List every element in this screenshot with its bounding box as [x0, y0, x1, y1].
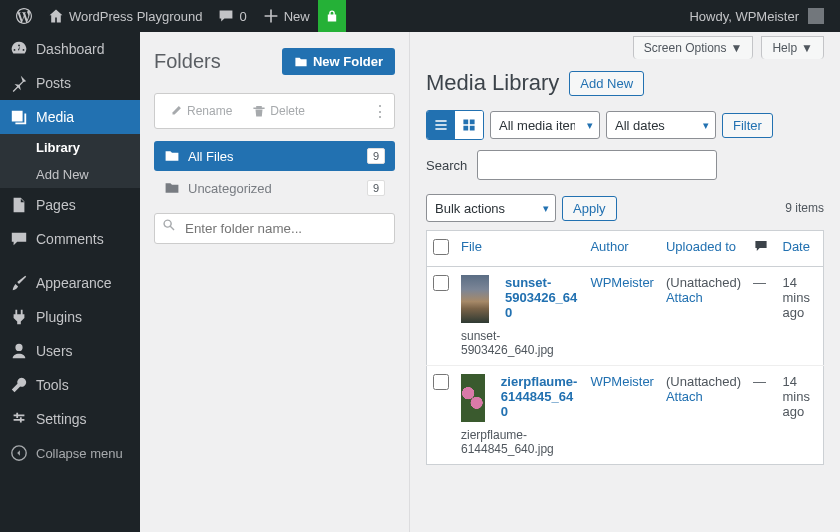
- thumbnail[interactable]: [461, 374, 485, 422]
- list-icon: [433, 117, 449, 133]
- submenu-add-new[interactable]: Add New: [0, 161, 140, 188]
- folder-item[interactable]: All Files9: [154, 141, 395, 171]
- folder-count: 9: [367, 180, 385, 196]
- submenu-library[interactable]: Library: [0, 134, 140, 161]
- media-icon: [10, 108, 28, 126]
- home-icon: [48, 8, 64, 24]
- folder-label: All Files: [188, 149, 234, 164]
- col-comments[interactable]: [747, 231, 776, 267]
- menu-dashboard[interactable]: Dashboard: [0, 32, 140, 66]
- grid-view-button[interactable]: [455, 111, 483, 139]
- menu-label: Posts: [36, 75, 71, 91]
- file-title[interactable]: sunset-5903426_640: [505, 275, 578, 320]
- site-link[interactable]: WordPress Playground: [40, 0, 210, 32]
- folder-search-input[interactable]: [154, 213, 395, 244]
- comments-count: —: [753, 275, 766, 290]
- main-content: Screen Options ▼ Help ▼ Media Library Ad…: [410, 32, 840, 532]
- col-uploaded[interactable]: Uploaded to: [660, 231, 747, 267]
- more-button[interactable]: ⋮: [372, 102, 388, 121]
- button-label: Rename: [187, 104, 232, 118]
- page-title: Media Library: [426, 70, 559, 96]
- search-input[interactable]: [477, 150, 717, 180]
- media-submenu: Library Add New: [0, 134, 140, 188]
- apply-button[interactable]: Apply: [562, 196, 617, 221]
- pencil-icon: [169, 104, 183, 118]
- lock-icon: [325, 9, 339, 23]
- folders-panel: Folders New Folder Rename Delete ⋮ All F…: [140, 32, 410, 532]
- folder-list: All Files9Uncategorized9: [154, 141, 395, 203]
- row-checkbox[interactable]: [433, 275, 449, 291]
- table-row: sunset-5903426_640sunset-5903426_640.jpg…: [427, 267, 824, 366]
- list-view-button[interactable]: [427, 111, 455, 139]
- collapse-menu[interactable]: Collapse menu: [0, 436, 140, 470]
- col-file[interactable]: File: [455, 231, 584, 267]
- menu-label: Collapse menu: [36, 446, 123, 461]
- delete-button[interactable]: Delete: [244, 100, 313, 122]
- items-count: 9 items: [785, 201, 824, 215]
- folder-plus-icon: [294, 55, 308, 69]
- button-label: Screen Options: [644, 41, 727, 55]
- admin-menu: Dashboard Posts Media Library Add New Pa…: [0, 32, 140, 532]
- attach-link[interactable]: Attach: [666, 290, 703, 305]
- date-filter[interactable]: All dates: [606, 111, 716, 139]
- comment-icon: [218, 8, 234, 24]
- col-author[interactable]: Author: [584, 231, 660, 267]
- table-row: zierpflaume-6144845_640zierpflaume-61448…: [427, 366, 824, 465]
- thumbnail[interactable]: [461, 275, 489, 323]
- menu-pages[interactable]: Pages: [0, 188, 140, 222]
- menu-comments[interactable]: Comments: [0, 222, 140, 256]
- plus-icon: [263, 8, 279, 24]
- select-all-checkbox[interactable]: [433, 239, 449, 255]
- bulk-actions-select[interactable]: Bulk actions: [426, 194, 556, 222]
- menu-media[interactable]: Media: [0, 100, 140, 134]
- folder-item[interactable]: Uncategorized9: [154, 173, 395, 203]
- menu-users[interactable]: Users: [0, 334, 140, 368]
- admin-toolbar: WordPress Playground 0 New Howdy, WPMeis…: [0, 0, 840, 32]
- search-icon: [162, 218, 176, 232]
- menu-posts[interactable]: Posts: [0, 66, 140, 100]
- button-label: Delete: [270, 104, 305, 118]
- tools-icon: [10, 376, 28, 394]
- new-folder-button[interactable]: New Folder: [282, 48, 395, 75]
- screen-options-button[interactable]: Screen Options ▼: [633, 36, 754, 59]
- folder-count: 9: [367, 148, 385, 164]
- search-label: Search: [426, 158, 467, 173]
- menu-tools[interactable]: Tools: [0, 368, 140, 402]
- menu-plugins[interactable]: Plugins: [0, 300, 140, 334]
- media-type-filter[interactable]: All media items: [490, 111, 600, 139]
- folder-toolbar: Rename Delete ⋮: [154, 93, 395, 129]
- col-date[interactable]: Date: [777, 231, 824, 267]
- wp-logo[interactable]: [8, 0, 40, 32]
- page-icon: [10, 196, 28, 214]
- avatar: [808, 8, 824, 24]
- folder-icon: [164, 180, 180, 196]
- filename: zierpflaume-6144845_640.jpg: [461, 428, 578, 456]
- wordpress-icon: [16, 8, 32, 24]
- uploaded-status: (Unattached): [666, 275, 741, 290]
- menu-label: Appearance: [36, 275, 112, 291]
- author-link[interactable]: WPMeister: [590, 275, 654, 290]
- button-label: New Folder: [313, 54, 383, 69]
- view-switch: [426, 110, 484, 140]
- folder-icon: [164, 148, 180, 164]
- menu-settings[interactable]: Settings: [0, 402, 140, 436]
- folder-label: Uncategorized: [188, 181, 272, 196]
- button-label: Help: [772, 41, 797, 55]
- new-content[interactable]: New: [255, 0, 318, 32]
- row-checkbox[interactable]: [433, 374, 449, 390]
- comments-link[interactable]: 0: [210, 0, 254, 32]
- menu-label: Users: [36, 343, 73, 359]
- new-label: New: [284, 9, 310, 24]
- menu-label: Settings: [36, 411, 87, 427]
- rename-button[interactable]: Rename: [161, 100, 240, 122]
- my-account[interactable]: Howdy, WPMeister: [681, 0, 832, 32]
- add-new-button[interactable]: Add New: [569, 71, 644, 96]
- filter-button[interactable]: Filter: [722, 113, 773, 138]
- help-button[interactable]: Help ▼: [761, 36, 824, 59]
- attach-link[interactable]: Attach: [666, 389, 703, 404]
- file-title[interactable]: zierpflaume-6144845_640: [501, 374, 579, 419]
- settings-icon: [10, 410, 28, 428]
- menu-appearance[interactable]: Appearance: [0, 266, 140, 300]
- author-link[interactable]: WPMeister: [590, 374, 654, 389]
- lock-badge[interactable]: [318, 0, 346, 32]
